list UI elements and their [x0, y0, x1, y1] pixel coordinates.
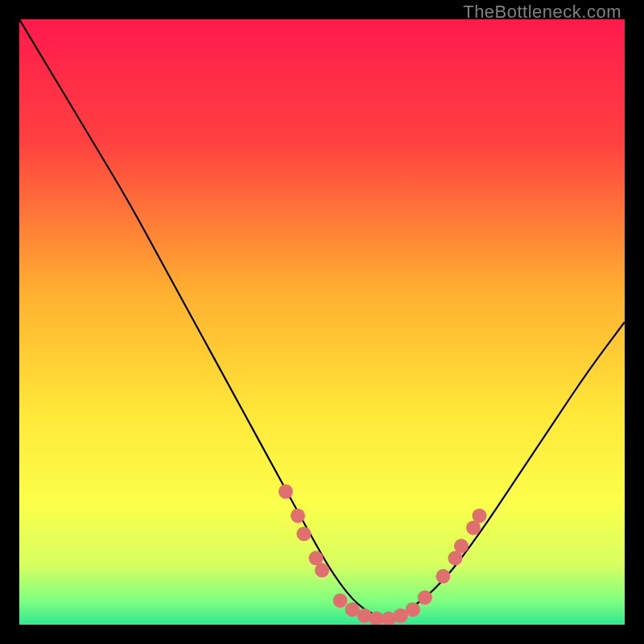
- marker-dot: [296, 526, 311, 541]
- marker-dot: [357, 609, 372, 623]
- bottleneck-chart: [19, 19, 625, 625]
- marker-dot: [291, 509, 305, 523]
- marker-dot: [333, 593, 348, 608]
- marker-dot: [418, 590, 432, 605]
- marker-dot: [315, 563, 329, 577]
- marker-dot: [406, 602, 420, 617]
- marker-dot: [473, 509, 487, 523]
- marker-dot: [279, 485, 293, 499]
- marker-dot: [436, 569, 450, 584]
- watermark-text: TheBottleneck.com: [463, 2, 621, 23]
- marker-dot: [454, 539, 469, 553]
- chart-frame: [19, 19, 625, 625]
- gradient-background: [19, 19, 625, 625]
